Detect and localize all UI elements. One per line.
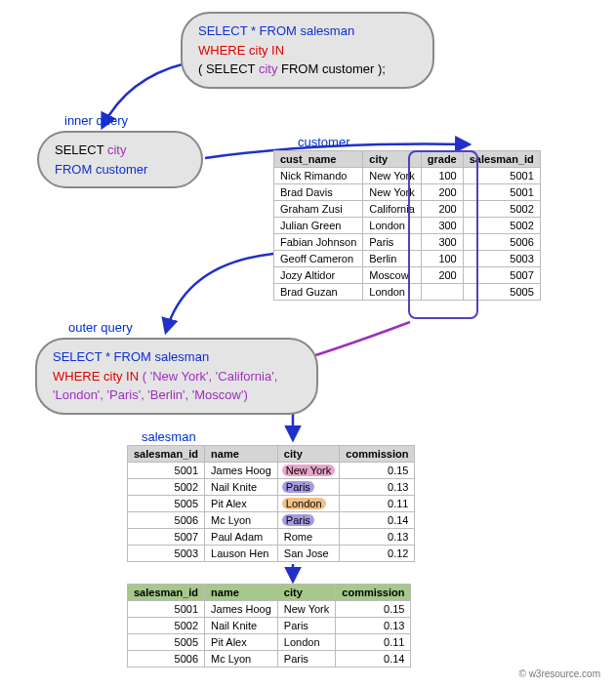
sql-text: FROM customer ); — [277, 61, 386, 76]
table-cell: Nail Knite — [205, 618, 278, 634]
table-cell: 0.15 — [340, 463, 415, 479]
table-cell: 5005 — [463, 284, 540, 301]
table-cell: James Hoog — [205, 601, 278, 618]
col-header: salesman_id — [128, 446, 205, 463]
table-cell: Paris — [363, 234, 421, 251]
table-row: Brad DavisNew York2005001 — [274, 184, 541, 201]
table-cell: 5002 — [128, 618, 205, 634]
salesman-table-label: salesman — [142, 429, 196, 444]
table-cell: 5005 — [128, 634, 205, 651]
table-cell: 5006 — [128, 651, 205, 668]
table-cell: 5003 — [463, 251, 540, 267]
credit-text: © w3resource.com — [518, 668, 600, 679]
table-row: 5006Mc LyonParis0.14 — [128, 651, 411, 668]
table-cell: 5001 — [463, 168, 540, 184]
table-cell: London — [363, 218, 421, 234]
main-query-bubble: SELECT * FROM salesman WHERE city IN ( S… — [181, 12, 434, 89]
sql-text: ( SELECT — [198, 61, 259, 76]
table-cell: New York — [277, 601, 335, 618]
inner-query-label: inner query — [64, 113, 128, 128]
table-cell: 5007 — [463, 267, 540, 284]
inner-query-bubble: SELECT city FROM customer — [37, 131, 203, 188]
table-row: 5003Lauson HenSan Jose0.12 — [128, 546, 415, 562]
table-cell: James Hoog — [205, 463, 278, 479]
col-header: city — [277, 585, 335, 601]
table-row: Fabian JohnsonParis3005006 — [274, 234, 541, 251]
sql-text: FROM customer — [55, 162, 147, 177]
col-header: name — [205, 585, 278, 601]
table-row: 5001James HoogNew York0.15 — [128, 463, 415, 479]
table-cell: San Jose — [277, 546, 339, 562]
col-header: salesman_id — [128, 585, 205, 601]
table-row: 5001James HoogNew York0.15 — [128, 601, 411, 618]
table-row: Jozy AltidorMoscow2005007 — [274, 267, 541, 284]
outer-query-bubble: SELECT * FROM salesman WHERE city IN ( '… — [35, 338, 318, 415]
col-header: city — [277, 446, 339, 463]
table-cell: Fabian Johnson — [274, 234, 363, 251]
col-header: commission — [336, 585, 411, 601]
table-cell: 0.13 — [340, 529, 415, 546]
col-header: name — [205, 446, 278, 463]
table-cell: London — [277, 496, 339, 512]
sql-text: city — [259, 61, 278, 76]
table-cell: Julian Green — [274, 218, 363, 234]
table-cell: 5001 — [128, 463, 205, 479]
table-cell: 0.13 — [336, 618, 411, 634]
table-cell: Paris — [277, 651, 335, 668]
table-cell: Mc Lyon — [205, 512, 278, 529]
table-row: Julian GreenLondon3005002 — [274, 218, 541, 234]
table-cell: 5002 — [463, 218, 540, 234]
table-cell: Brad Guzan — [274, 284, 363, 301]
table-cell: New York — [363, 168, 421, 184]
table-cell: Paris — [277, 479, 339, 496]
table-cell: Pit Alex — [205, 634, 278, 651]
table-cell: Nick Rimando — [274, 168, 363, 184]
outer-query-label: outer query — [68, 320, 133, 335]
sql-text: SELECT — [55, 142, 107, 157]
table-cell: Graham Zusi — [274, 201, 363, 218]
table-cell: 0.11 — [336, 634, 411, 651]
col-header: city — [363, 151, 421, 168]
table-cell: 200 — [421, 267, 463, 284]
table-cell: Moscow — [363, 267, 421, 284]
table-row: Geoff CameronBerlin1005003 — [274, 251, 541, 267]
sql-text: city — [107, 142, 127, 157]
table-cell: 0.13 — [340, 479, 415, 496]
result-table: salesman_idnamecitycommission5001James H… — [127, 584, 411, 668]
table-cell: Jozy Altidor — [274, 267, 363, 284]
table-cell: Paris — [277, 512, 339, 529]
table-cell: 100 — [421, 251, 463, 267]
col-header: grade — [421, 151, 463, 168]
table-cell: London — [277, 634, 335, 651]
table-cell: 5006 — [463, 234, 540, 251]
table-cell: Paul Adam — [205, 529, 278, 546]
table-cell: 0.11 — [340, 496, 415, 512]
table-cell: New York — [277, 463, 339, 479]
table-cell: California — [363, 201, 421, 218]
table-cell: Paris — [277, 618, 335, 634]
table-cell: 100 — [421, 168, 463, 184]
table-row: 5002Nail KniteParis0.13 — [128, 479, 415, 496]
sql-text: WHERE city IN — [53, 369, 143, 384]
salesman-table: salesman_idnamecitycommission5001James H… — [127, 445, 415, 562]
table-cell — [421, 284, 463, 301]
customer-table-label: customer — [298, 135, 349, 149]
table-cell: Berlin — [363, 251, 421, 267]
table-cell: 5002 — [128, 479, 205, 496]
table-cell: 200 — [421, 201, 463, 218]
col-header: commission — [340, 446, 415, 463]
table-row: Nick RimandoNew York1005001 — [274, 168, 541, 184]
table-cell: London — [363, 284, 421, 301]
table-row: Graham ZusiCalifornia2005002 — [274, 201, 541, 218]
table-cell: 200 — [421, 184, 463, 201]
table-cell: 300 — [421, 218, 463, 234]
col-header: salesman_id — [463, 151, 540, 168]
table-cell: Pit Alex — [205, 496, 278, 512]
table-cell: 5007 — [128, 529, 205, 546]
table-row: 5007Paul AdamRome0.13 — [128, 529, 415, 546]
table-cell: 0.12 — [340, 546, 415, 562]
table-row: Brad GuzanLondon5005 — [274, 284, 541, 301]
table-cell: 5002 — [463, 201, 540, 218]
table-cell: 5001 — [128, 601, 205, 618]
table-cell: 0.15 — [336, 601, 411, 618]
